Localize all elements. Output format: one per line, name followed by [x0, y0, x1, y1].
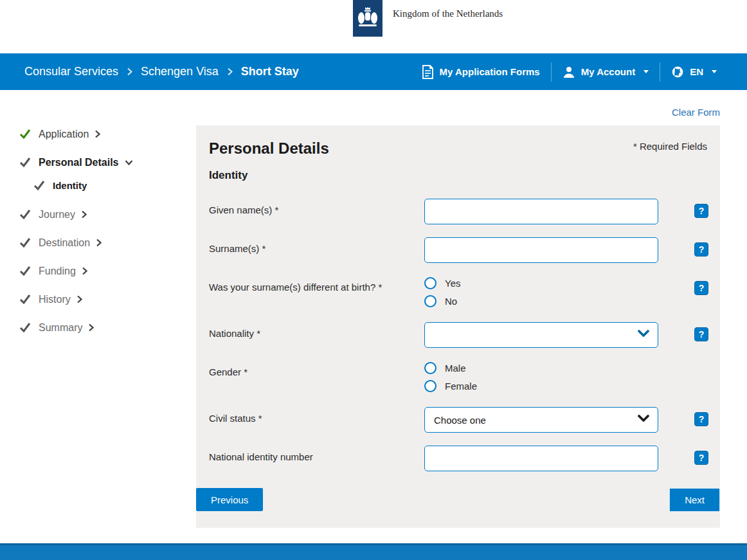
select-value: Choose one [434, 415, 486, 426]
logo-text: Kingdom of the Netherlands [393, 8, 503, 37]
check-gray-icon [19, 322, 31, 333]
check-gray-icon [33, 180, 45, 191]
sidebar-item-label: Destination [39, 237, 90, 249]
caret-down-icon [712, 70, 717, 73]
sidebar-item-journey[interactable]: Journey [19, 207, 190, 222]
radio-label: Yes [445, 278, 460, 289]
form-row-given-names: Given name(s) *? [209, 199, 708, 224]
breadcrumb-separator-icon [127, 68, 132, 76]
field-label-surnames: Surname(s) * [209, 237, 424, 254]
required-fields-note: * Required Fields [633, 141, 707, 152]
field-label-surname-different-at-birth: Was your surname(s) different at birth? … [209, 276, 424, 293]
breadcrumb-item-consular-services[interactable]: Consular Services [24, 65, 118, 78]
sidebar-item-identity[interactable]: Identity [33, 178, 190, 193]
nav-my-application-forms[interactable]: My Application Forms [411, 65, 551, 79]
field-label-gender: Gender * [209, 361, 424, 377]
surname-different-at-birth-radio-group: YesNo [424, 276, 658, 307]
government-logo[interactable]: Kingdom of the Netherlands [353, 0, 503, 37]
check-gray-icon [19, 294, 31, 305]
sidebar-item-label: Identity [53, 180, 87, 191]
sidebar-item-funding[interactable]: Funding [19, 264, 190, 278]
radio-button-male[interactable] [424, 362, 437, 374]
nationality-select[interactable] [424, 322, 658, 348]
breadcrumb-separator-icon [227, 68, 233, 76]
civil-status-select[interactable]: Choose one [424, 407, 658, 433]
field-control-surnames [424, 237, 658, 263]
radio-option-male[interactable]: Male [424, 362, 658, 374]
coat-of-arms-icon [353, 0, 382, 37]
field-control-given-names [424, 199, 658, 224]
chevron-right-icon [94, 130, 100, 138]
form-row-surnames: Surname(s) *? [209, 237, 708, 263]
radio-button-female[interactable] [424, 380, 437, 392]
form-panel: * Required Fields Personal Details Ident… [196, 125, 720, 528]
field-label-national-identity-number: National identity number [209, 446, 424, 462]
help-button-national-identity-number[interactable]: ? [694, 451, 708, 465]
surnames-input[interactable] [424, 237, 658, 263]
document-icon [422, 65, 434, 79]
form-row-civil-status: Civil status *Choose one? [209, 407, 708, 433]
content-area: Clear Form ApplicationPersonal DetailsId… [0, 90, 747, 543]
main-navbar: Consular ServicesSchengen VisaShort Stay… [0, 53, 747, 90]
breadcrumb-item-schengen-visa[interactable]: Schengen Visa [141, 65, 219, 78]
field-control-civil-status: Choose one [424, 407, 658, 433]
help-button-surname-different-at-birth[interactable]: ? [694, 281, 708, 295]
caret-down-icon [644, 70, 649, 73]
check-gray-icon [19, 157, 31, 168]
sidebar-item-history[interactable]: History [19, 292, 190, 307]
field-label-given-names: Given name(s) * [209, 199, 424, 215]
chevron-down-icon [638, 415, 649, 422]
clear-form-link[interactable]: Clear Form [672, 107, 720, 118]
chevron-right-icon [82, 267, 87, 275]
field-control-national-identity-number [424, 446, 658, 471]
navbar-links: My Application FormsMy AccountEN [411, 62, 728, 82]
radio-option-yes[interactable]: Yes [424, 277, 658, 289]
chevron-down-icon [125, 159, 133, 165]
breadcrumb: Consular ServicesSchengen VisaShort Stay [24, 65, 299, 78]
sidebar-item-label: History [39, 294, 71, 305]
radio-label: No [445, 296, 457, 307]
national-identity-number-input[interactable] [424, 446, 658, 471]
form-row-gender: Gender *MaleFemale [209, 361, 708, 392]
radio-label: Female [445, 381, 477, 392]
sidebar-item-application[interactable]: Application [19, 127, 190, 141]
gender-radio-group: MaleFemale [424, 361, 658, 392]
previous-button[interactable]: Previous [196, 488, 263, 511]
sidebar-item-label: Summary [39, 322, 82, 334]
sidebar-item-label: Personal Details [39, 157, 119, 168]
breadcrumb-item-short-stay: Short Stay [241, 65, 299, 78]
field-control-nationality [424, 322, 658, 348]
chevron-right-icon [81, 210, 87, 219]
sidebar-item-summary[interactable]: Summary [19, 320, 190, 335]
next-button[interactable]: Next [669, 488, 720, 512]
help-button-surnames[interactable]: ? [694, 242, 708, 257]
field-control-surname-different-at-birth: YesNo [424, 276, 658, 307]
nav-en[interactable]: EN [660, 66, 728, 78]
form-fields: Given name(s) *?Surname(s) *?Was your su… [196, 199, 720, 471]
nav-my-account[interactable]: My Account [552, 66, 660, 78]
field-control-gender: MaleFemale [424, 361, 658, 392]
user-icon [562, 66, 575, 78]
radio-button-yes[interactable] [424, 277, 437, 289]
sidebar-item-label: Funding [39, 266, 76, 277]
site-header: Kingdom of the Netherlands [0, 0, 747, 53]
sidebar-item-personal-details[interactable]: Personal Details [19, 155, 190, 170]
nav-link-label: EN [690, 66, 703, 77]
radio-label: Male [445, 363, 466, 374]
help-button-given-names[interactable]: ? [694, 204, 708, 218]
form-buttons: Previous Next [196, 488, 720, 512]
help-button-civil-status[interactable]: ? [694, 412, 708, 426]
radio-option-no[interactable]: No [424, 295, 658, 307]
chevron-right-icon [96, 239, 102, 247]
help-button-nationality[interactable]: ? [694, 327, 708, 341]
check-green-icon [19, 129, 31, 140]
nav-link-label: My Account [581, 66, 635, 77]
given-names-input[interactable] [424, 199, 658, 224]
field-label-civil-status: Civil status * [209, 407, 424, 424]
radio-option-female[interactable]: Female [424, 380, 658, 392]
field-label-nationality: Nationality * [209, 322, 424, 339]
globe-icon [671, 66, 684, 78]
section-title: Identity [209, 169, 720, 182]
sidebar-item-destination[interactable]: Destination [19, 235, 190, 250]
radio-button-no[interactable] [424, 295, 437, 307]
